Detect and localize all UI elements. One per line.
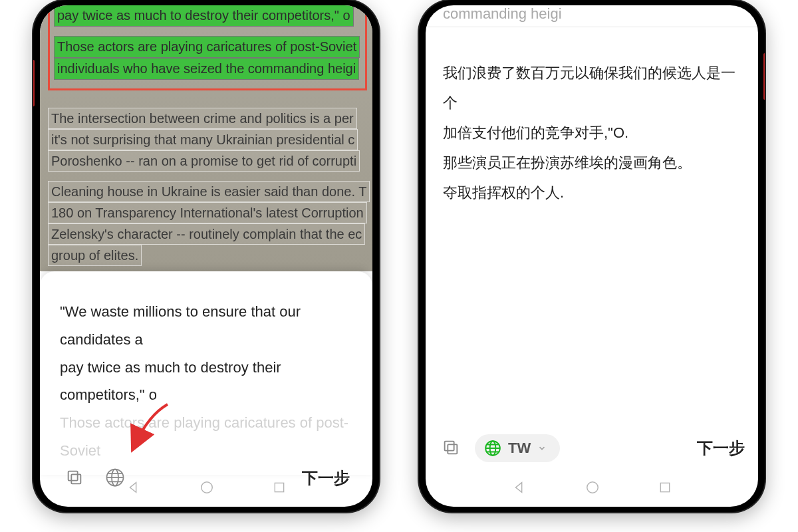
translated-line: 那些演员正在扮演苏维埃的漫画角色。: [443, 148, 741, 178]
ocr-line[interactable]: The intersection between crime and polit…: [48, 108, 357, 129]
nav-recent-button[interactable]: [656, 478, 674, 499]
android-nav-bar: [40, 473, 372, 503]
selection-highlight-box: pay twice as much to destroy their compe…: [48, 5, 367, 90]
language-label: TW: [508, 440, 531, 457]
translated-line: 加倍支付他们的竞争对手,"O.: [443, 118, 741, 148]
next-button[interactable]: 下一步: [697, 438, 745, 459]
triangle-back-icon: [126, 480, 141, 495]
ocr-line[interactable]: it's not surprising that many Ukrainian …: [48, 129, 358, 150]
nav-back-button[interactable]: [124, 477, 144, 499]
language-selector[interactable]: TW: [475, 434, 560, 462]
copy-button[interactable]: [439, 436, 463, 462]
chevron-down-icon: [537, 444, 547, 453]
recognized-text: "We waste millions to ensure that our ca…: [60, 298, 352, 465]
ocr-line[interactable]: 180 on Transparency International's late…: [48, 202, 367, 223]
phone-right: commanding heigi 我们浪费了数百万元以确保我们的候选人是一个 加…: [419, 0, 765, 512]
ocr-line[interactable]: Cleaning house in Ukraine is easier said…: [48, 181, 370, 202]
copy-icon: [442, 438, 460, 457]
phone-side-button: [763, 53, 765, 100]
ocr-line[interactable]: Poroshenko -- ran on a promise to get ri…: [48, 150, 360, 172]
camera-scan-area: pay twice as much to destroy their compe…: [40, 5, 372, 271]
translated-line: 夺取指挥权的个人.: [443, 178, 741, 207]
svg-point-7: [201, 481, 213, 493]
source-text-hint: commanding heigi: [426, 5, 758, 27]
recognized-line: "We waste millions to ensure that our ca…: [60, 298, 352, 354]
nav-back-button[interactable]: [509, 477, 529, 499]
highlighted-line[interactable]: pay twice as much to destroy their compe…: [54, 5, 354, 27]
android-nav-bar: [426, 473, 758, 503]
recognized-line: pay twice as much to destroy their compe…: [60, 354, 352, 410]
triangle-back-icon: [512, 480, 527, 495]
square-recent-icon: [658, 481, 672, 494]
svg-rect-8: [275, 483, 283, 491]
nav-home-button[interactable]: [197, 477, 217, 499]
screen: pay twice as much to destroy their compe…: [40, 5, 372, 507]
translated-text: 我们浪费了数百万元以确保我们的候选人是一个 加倍支付他们的竞争对手,"O. 那些…: [426, 27, 758, 207]
phone-left: pay twice as much to destroy their compe…: [33, 0, 379, 512]
svg-point-16: [587, 481, 598, 493]
sheet-toolbar: TW 下一步: [439, 430, 745, 467]
circle-home-icon: [200, 480, 214, 495]
highlighted-line[interactable]: Those actors are playing caricatures of …: [54, 36, 360, 58]
svg-rect-9: [448, 444, 457, 454]
highlighted-line[interactable]: individuals who have seized the commandi…: [54, 58, 359, 80]
svg-rect-10: [445, 441, 454, 450]
phone-side-button: [33, 60, 35, 106]
square-recent-icon: [273, 481, 286, 494]
globe-icon: [484, 440, 501, 457]
screen: commanding heigi 我们浪费了数百万元以确保我们的候选人是一个 加…: [426, 5, 758, 507]
recognized-line-faded: Those actors are playing caricatures of …: [60, 409, 352, 465]
circle-home-icon: [585, 480, 600, 495]
nav-home-button[interactable]: [583, 477, 602, 499]
ocr-line[interactable]: group of elites.: [48, 245, 142, 266]
recognized-text-sheet: "We waste millions to ensure that our ca…: [40, 271, 372, 475]
nav-recent-button[interactable]: [270, 478, 289, 499]
ocr-line[interactable]: Zelensky's character -- routinely compla…: [48, 223, 365, 245]
svg-rect-17: [660, 483, 669, 491]
translated-line: 我们浪费了数百万元以确保我们的候选人是一个: [443, 58, 741, 118]
